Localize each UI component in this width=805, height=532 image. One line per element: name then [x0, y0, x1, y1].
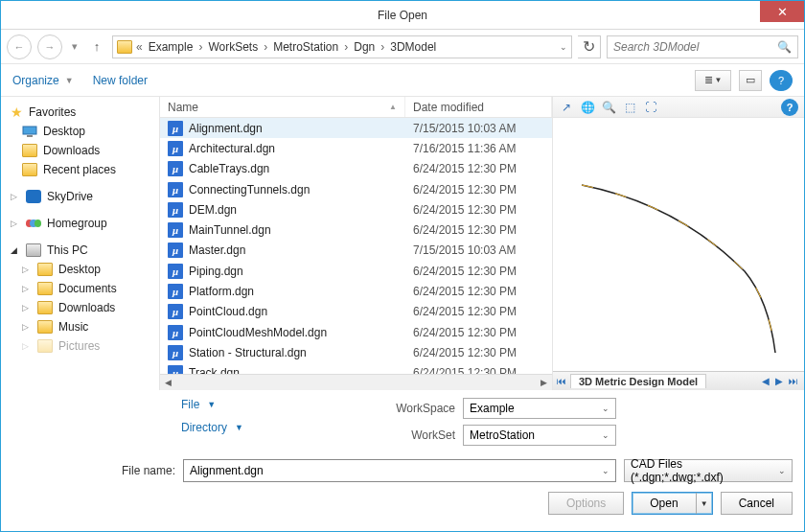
file-row[interactable]: μPointCloud.dgn6/24/2015 12:30 PM — [160, 302, 552, 322]
dgn-icon: μ — [168, 243, 183, 258]
cancel-button[interactable]: Cancel — [721, 492, 793, 515]
open-button[interactable]: Open▼ — [632, 492, 712, 515]
tree-thispc[interactable]: ◢This PC — [5, 241, 155, 260]
file-row[interactable]: μMaster.dgn7/15/2015 10:03 AM — [160, 241, 552, 261]
up-button[interactable]: ↑ — [87, 37, 106, 57]
workset-label: WorkSet — [384, 428, 455, 442]
view-mode-button[interactable]: ≣ ▼ — [695, 70, 731, 91]
address-dropdown-icon[interactable]: ⌄ — [560, 42, 567, 52]
file-row[interactable]: μPiping.dgn6/24/2015 12:30 PM — [160, 261, 552, 281]
file-row[interactable]: μPointCloudMeshModel.dgn6/24/2015 12:30 … — [160, 322, 552, 342]
help-button[interactable]: ? — [770, 70, 793, 91]
refresh-button[interactable]: ↻ — [578, 35, 601, 58]
tree-pc-music[interactable]: ▷Music — [5, 317, 155, 336]
dgn-icon: μ — [168, 202, 183, 218]
workset-combo[interactable]: MetroStation⌄ — [463, 425, 616, 446]
tree-pc-downloads[interactable]: ▷Downloads — [5, 298, 155, 317]
crumb[interactable]: MetroStation — [271, 40, 340, 54]
dgn-icon: μ — [168, 141, 183, 156]
folder-icon — [37, 263, 53, 276]
folder-icon — [22, 163, 37, 176]
file-row[interactable]: μPlatform.dgn6/24/2015 12:30 PM — [160, 281, 552, 301]
file-link[interactable]: File▼ — [181, 398, 243, 411]
preview-canvas[interactable] — [553, 118, 804, 371]
filetype-combo[interactable]: CAD Files (*.dgn;*.dwg;*.dxf)⌄ — [624, 459, 793, 482]
crumb[interactable]: Example — [147, 40, 196, 54]
folder-icon — [37, 301, 53, 314]
window-title: File Open — [1, 9, 804, 22]
back-button[interactable]: ← — [7, 35, 32, 59]
dgn-icon: μ — [168, 304, 183, 319]
cloud-icon — [26, 190, 41, 203]
file-row[interactable]: μArchitectural.dgn7/16/2015 11:36 AM — [160, 138, 552, 158]
tree-downloads[interactable]: Downloads — [5, 141, 155, 160]
tree-recent[interactable]: Recent places — [5, 160, 155, 179]
star-icon: ★ — [11, 104, 23, 120]
filename-input[interactable]: Alignment.dgn⌄ — [183, 459, 616, 482]
tree-homegroup[interactable]: ▷Homegroup — [5, 214, 155, 233]
tree-favorites[interactable]: ★Favorites — [5, 103, 155, 122]
workspace-label: WorkSpace — [384, 402, 455, 415]
column-headers[interactable]: Name▲ Date modified — [160, 97, 552, 118]
preview-pane-button[interactable]: ▭ — [739, 70, 762, 91]
crumb[interactable]: Dgn — [352, 40, 377, 54]
file-row[interactable]: μAlignment.dgn7/15/2015 10:03 AM — [160, 118, 552, 138]
tree-pc-pictures[interactable]: ▷Pictures — [5, 336, 155, 356]
dgn-icon: μ — [168, 284, 183, 299]
dgn-icon: μ — [168, 182, 183, 197]
options-button: Options — [548, 492, 624, 515]
next-model-icon[interactable]: ▶ — [773, 376, 785, 386]
dgn-icon: μ — [168, 161, 183, 176]
file-row[interactable]: μStation - Structural.dgn6/24/2015 12:30… — [160, 342, 552, 362]
tree-desktop[interactable]: Desktop — [5, 122, 155, 141]
pc-icon — [26, 243, 41, 257]
close-button[interactable]: ✕ — [760, 1, 804, 22]
dgn-icon: μ — [168, 222, 183, 238]
new-folder-button[interactable]: New folder — [93, 74, 148, 87]
tree-pc-desktop[interactable]: ▷Desktop — [5, 260, 155, 279]
preview-arrow-icon[interactable]: ↗ — [559, 100, 574, 115]
directory-link[interactable]: Directory▼ — [181, 421, 243, 434]
crumb[interactable]: WorkSets — [206, 40, 260, 54]
search-input[interactable]: Search 3DModel 🔍 — [607, 35, 798, 58]
dgn-icon: μ — [168, 325, 183, 340]
search-placeholder: Search 3DModel — [613, 40, 699, 54]
folder-icon — [37, 282, 53, 295]
prev-model-icon[interactable]: ◀ — [760, 376, 771, 386]
horizontal-scrollbar[interactable]: ◀▶ — [160, 374, 552, 390]
search-icon: 🔍 — [777, 40, 792, 54]
rewind-icon[interactable]: ⏮ — [557, 376, 570, 386]
tree-skydrive[interactable]: ▷SkyDrive — [5, 187, 155, 206]
organize-menu[interactable]: Organize — [12, 74, 59, 87]
preview-globe-icon[interactable]: 🌐 — [580, 100, 595, 115]
file-row[interactable]: μMainTunnel.dgn6/24/2015 12:30 PM — [160, 220, 552, 240]
dgn-icon: μ — [168, 121, 183, 136]
address-bar[interactable]: « Example› WorkSets› MetroStation› Dgn› … — [112, 35, 572, 58]
col-name[interactable]: Name▲ — [160, 97, 405, 117]
filename-label: File name: — [12, 464, 175, 477]
dgn-icon: μ — [168, 345, 183, 360]
crumb[interactable]: 3DModel — [388, 40, 438, 54]
open-dropdown[interactable]: ▼ — [697, 499, 712, 508]
file-row[interactable]: μDEM.dgn6/24/2015 12:30 PM — [160, 199, 552, 220]
preview-help-icon[interactable]: ? — [781, 99, 798, 116]
file-row[interactable]: μTrack.dgn6/24/2015 12:30 PM — [160, 363, 552, 374]
sort-indicator: ▲ — [389, 103, 397, 111]
workspace-combo[interactable]: Example⌄ — [463, 398, 616, 419]
file-row[interactable]: μCableTrays.dgn6/24/2015 12:30 PM — [160, 159, 552, 179]
folder-icon — [37, 320, 53, 334]
col-date[interactable]: Date modified — [405, 97, 552, 117]
tree-pc-documents[interactable]: ▷Documents — [5, 279, 155, 298]
preview-select-icon[interactable]: ⬚ — [622, 100, 637, 115]
svg-rect-1 — [27, 135, 33, 137]
folder-tree[interactable]: ★Favorites Desktop Downloads Recent plac… — [1, 97, 160, 390]
file-row[interactable]: μConnectingTunnels.dgn6/24/2015 12:30 PM — [160, 179, 552, 199]
forward-button[interactable]: → — [37, 35, 62, 59]
history-dropdown[interactable]: ▾ — [68, 35, 81, 59]
preview-toolbar: ↗ 🌐 🔍 ⬚ ⛶ ? — [553, 97, 804, 118]
dgn-icon: μ — [168, 365, 183, 374]
preview-fit-icon[interactable]: ⛶ — [643, 100, 658, 115]
preview-tab[interactable]: 3D Metric Design Model — [570, 374, 706, 388]
last-model-icon[interactable]: ⏭ — [787, 376, 800, 386]
preview-zoom-icon[interactable]: 🔍 — [601, 100, 616, 115]
